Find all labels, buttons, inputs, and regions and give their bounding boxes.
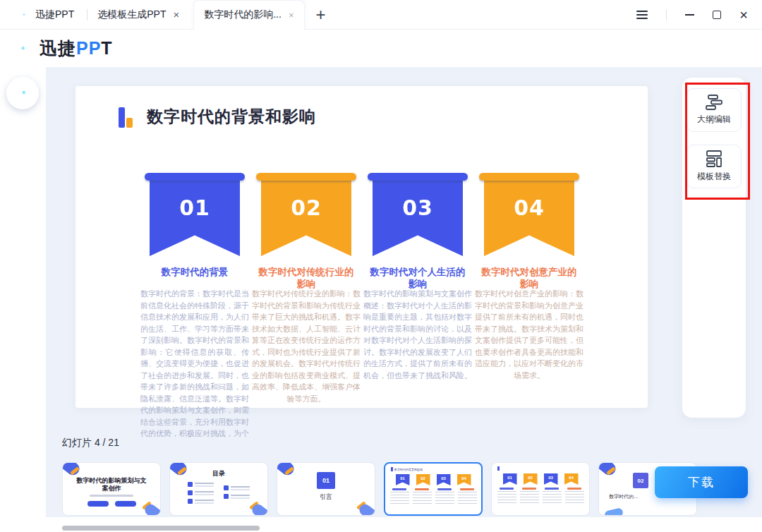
mini-ribbons: 01 02 03 04 [385,474,481,485]
left-strip [0,67,46,532]
minimize-icon[interactable] [685,14,694,16]
assistant-logo-button[interactable] [6,77,39,109]
layout-blocks-icon [705,150,723,167]
slide-column-4: 04 数字时代对创意产业的影响 数字时代对创意产业的影响：数字时代的背景和影响为… [475,173,583,440]
column-title: 数字时代的背景 [140,266,249,278]
slide-column-1: 01 数字时代的背景 数字时代的背景：数字时代是当前信息化社会的特殊阶段，源于信… [140,173,249,440]
ribbon-banner-2: 02 [261,173,351,256]
thumb-title: 数字时代的影响策划与文案创作 [63,477,160,492]
thumbnail-section-01[interactable]: 01 引言 [277,462,375,516]
mini-title: 数字时代的背景和影响 [394,468,423,471]
ribbon-number: 02 [291,195,322,256]
section-number: 01 [317,472,335,489]
brand-cn: 迅捷 [40,38,76,58]
slide-title: 数字时代的背景和影响 [147,106,316,128]
tab-bar: 迅捷PPT 选模板生成PPT × 数字时代的影响... × + × [0,0,762,30]
brand-header: 迅捷PPT [0,30,762,67]
app-brand-mini[interactable]: 迅捷PPT [0,8,87,21]
new-tab-button[interactable]: + [305,5,337,25]
brand-wordmark: 迅捷PPT [40,37,113,60]
outline-list-icon [705,95,723,110]
maximize-icon[interactable] [713,11,721,19]
column-body: 数字时代的背景：数字时代是当前信息化社会的特殊阶段，源于信息技术的发展和应用，为… [140,288,249,440]
thumbnail-title-slide[interactable]: 数字时代的影响策划与文案创作 [62,462,161,516]
deco-blob [604,507,624,516]
window-controls: × [636,8,762,22]
column-title: 数字时代对个人生活的影响 [363,266,472,278]
section-number: 02 [633,473,648,488]
slide-column-2: 02 数字时代对传统行业的影响 数字时代对传统行业的影响：数字时代的背景和影响为… [252,173,361,440]
controls-divider [666,9,667,20]
tab-label: 选模板生成PPT [97,8,166,21]
slide-columns: 01 数字时代的背景 数字时代的背景：数字时代是当前信息化社会的特殊阶段，源于信… [140,173,583,440]
tab-template-generate[interactable]: 选模板生成PPT × [87,0,189,30]
app-window: 迅捷PPT 选模板生成PPT × 数字时代的影响... × + × 迅捷PPT [0,0,762,532]
toc-items [170,482,267,504]
app-logo-icon [11,38,32,59]
thumbnail-strip: 数字时代的影响策划与文案创作 目录 [62,462,697,516]
close-icon[interactable]: × [739,8,748,22]
mini-bar-icon [391,467,393,471]
horizontal-scrollbar[interactable] [62,526,260,531]
column-body: 数字时代对创意产业的影响：数字时代的背景和影响为创意产业提供了前所未有的机遇，同… [475,288,583,381]
slide-column-3: 03 数字时代对个人生活的影响 数字时代的影响策划与文案创作概述：数字时代对个人… [363,173,472,440]
ribbon-banner-1: 01 [150,173,240,256]
brand-pp: PP [76,38,101,58]
menu-icon[interactable] [636,11,648,19]
ribbon-number: 03 [402,195,433,256]
slide-title-row: 数字时代的背景和影响 [119,106,316,128]
column-title: 数字时代对创意产业的影响 [475,266,583,278]
template-replace-label: 模板替换 [697,171,731,183]
right-tool-panel: 大纲编辑 模板替换 [682,78,746,418]
main-area: 数字时代的背景和影响 01 数字时代的背景 数字时代的背景：数字时代是当前信息化… [0,67,762,532]
section-label: 引言 [277,492,375,502]
mini-columns [492,488,589,505]
column-body: 数字时代的影响策划与文案创作概述：数字时代对个人生活的影响是重要的主题，其包括对… [363,288,472,381]
mini-columns [385,488,481,506]
download-button[interactable]: 下载 [655,466,748,498]
tab-label: 数字时代的影响... [204,8,282,21]
outline-edit-button[interactable]: 大纲编辑 [687,88,742,132]
mini-bar-icon [497,466,500,471]
ribbon-number: 04 [514,195,545,256]
ribbon-number: 01 [179,195,210,256]
tab-digital-era[interactable]: 数字时代的影响... × [193,0,304,30]
thumbnail-current-slide[interactable]: 数字时代的背景和影响 01 02 03 04 [384,462,483,516]
ribbon-banner-3: 03 [373,173,463,256]
mini-ribbons: 01 02 03 04 [492,473,589,485]
app-logo-icon [17,8,30,21]
thumb-subtitle-line [90,495,133,497]
thumbnail-toc-slide[interactable]: 目录 [169,462,268,516]
slide-canvas[interactable]: 数字时代的背景和影响 01 数字时代的背景 数字时代的背景：数字时代是当前信息化… [75,86,648,408]
thumbnail-content-slide[interactable]: 01 02 03 04 [491,462,590,516]
column-body: 数字时代对传统行业的影响：数字时代的背景和影响为传统行业带来了巨大的挑战和机遇。… [252,288,361,404]
tab-close-icon[interactable]: × [289,11,294,20]
brand-t: T [101,38,112,58]
app-brand-label: 迅捷PPT [35,8,74,21]
app-logo-icon [11,82,34,104]
column-title: 数字时代对传统行业的影响 [252,266,361,278]
ribbon-banner-4: 04 [484,173,574,256]
slide-counter: 幻灯片 4 / 21 [62,437,119,449]
bar-chart-icon [119,107,134,128]
tab-close-icon[interactable]: × [173,9,179,20]
outline-edit-label: 大纲编辑 [697,114,731,126]
template-replace-button[interactable]: 模板替换 [687,145,742,188]
